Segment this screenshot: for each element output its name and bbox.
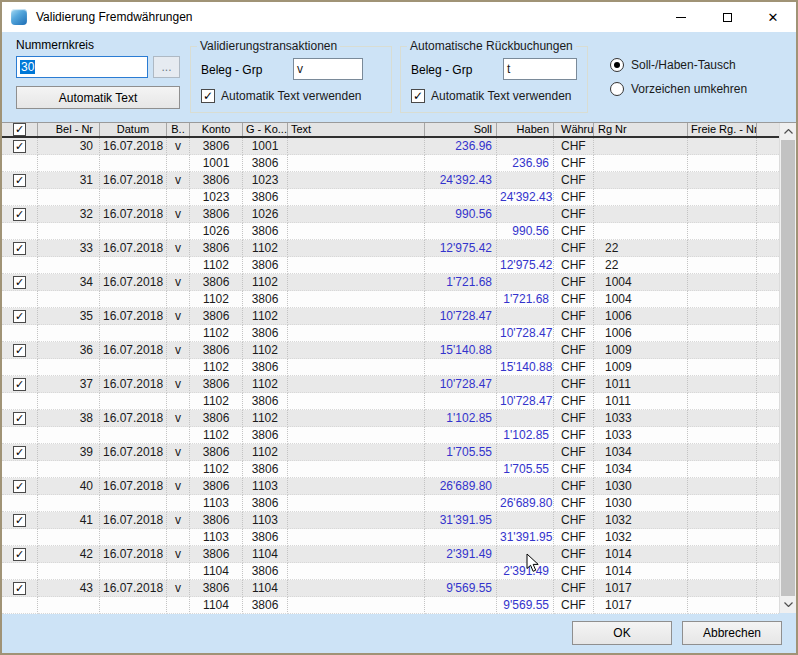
table-row[interactable]: 1103380631'391.95CHF1032 bbox=[2, 529, 779, 546]
table-row[interactable]: 110438069'569.55CHF1017 bbox=[2, 597, 779, 614]
row-checkbox[interactable]: ✓ bbox=[13, 582, 26, 595]
column-header-g-konto[interactable]: G - Ko... bbox=[243, 123, 288, 136]
table-row[interactable]: ✓3516.07.2018v3806110210'728.47CHF1006 bbox=[2, 308, 779, 325]
row-checkbox[interactable]: ✓ bbox=[13, 548, 26, 561]
table-row[interactable]: 1023380624'392.43CHF bbox=[2, 189, 779, 206]
table-row[interactable]: ✓3116.07.2018v3806102324'392.43CHF bbox=[2, 172, 779, 189]
row-checkbox-cell: ✓ bbox=[2, 478, 38, 495]
automatik-text-checkbox-2[interactable]: ✓ bbox=[411, 89, 425, 103]
row-checkbox[interactable]: ✓ bbox=[13, 208, 26, 221]
table-row[interactable]: 10263806990.56CHF bbox=[2, 223, 779, 240]
column-header-konto[interactable]: Konto bbox=[190, 123, 243, 136]
row-checkbox[interactable]: ✓ bbox=[13, 412, 26, 425]
table-row[interactable]: 110238061'721.68CHF1004 bbox=[2, 291, 779, 308]
cell-datum bbox=[100, 563, 167, 580]
vorzeichen-umkehren-radio[interactable] bbox=[610, 82, 624, 96]
table-row[interactable]: 110238061'705.55CHF1034 bbox=[2, 461, 779, 478]
table-row[interactable]: ✓3416.07.2018v380611021'721.68CHF1004 bbox=[2, 274, 779, 291]
table-row[interactable]: 110438062'391.49CHF1014 bbox=[2, 563, 779, 580]
row-checkbox[interactable]: ✓ bbox=[13, 276, 26, 289]
cell-gkonto: 3806 bbox=[243, 155, 288, 172]
cell-soll bbox=[425, 461, 497, 478]
cell-haben bbox=[497, 580, 554, 597]
table-row[interactable]: ✓4016.07.2018v3806110326'689.80CHF1030 bbox=[2, 478, 779, 495]
maximize-button[interactable] bbox=[704, 2, 750, 32]
column-header-b[interactable]: B.. bbox=[167, 123, 190, 136]
beleg-grp-input-2[interactable]: t bbox=[503, 58, 577, 80]
table-row[interactable]: ✓3916.07.2018v380611021'705.55CHF1034 bbox=[2, 444, 779, 461]
cell-bel: 33 bbox=[38, 240, 100, 257]
column-header-datum[interactable]: Datum bbox=[100, 123, 167, 136]
cell-haben: 2'391.49 bbox=[497, 563, 554, 580]
cancel-button[interactable]: Abbrechen bbox=[682, 621, 782, 645]
cell-soll: 9'569.55 bbox=[425, 580, 497, 597]
row-checkbox[interactable]: ✓ bbox=[13, 310, 26, 323]
cell-soll bbox=[425, 291, 497, 308]
nummernkreis-input[interactable]: 30 bbox=[16, 56, 148, 78]
cell-konto: 1102 bbox=[190, 291, 243, 308]
soll-haben-tausch-radio[interactable] bbox=[610, 58, 624, 72]
ok-button[interactable]: OK bbox=[572, 621, 672, 645]
column-header-soll[interactable]: Soll bbox=[425, 123, 497, 136]
row-checkbox[interactable]: ✓ bbox=[13, 514, 26, 527]
beleg-grp-input-1[interactable]: v bbox=[293, 58, 363, 80]
row-checkbox[interactable]: ✓ bbox=[13, 140, 26, 153]
column-header-text[interactable]: Text bbox=[288, 123, 425, 136]
cell-soll bbox=[425, 359, 497, 376]
row-checkbox[interactable]: ✓ bbox=[13, 480, 26, 493]
table-row[interactable]: 1102380615'140.88CHF1009 bbox=[2, 359, 779, 376]
scrollbar-thumb[interactable] bbox=[781, 140, 795, 596]
table-row[interactable]: 110238061'102.85CHF1033 bbox=[2, 427, 779, 444]
scroll-down-button[interactable] bbox=[780, 596, 797, 613]
table-row[interactable]: 1102380612'975.42CHF22 bbox=[2, 257, 779, 274]
row-checkbox[interactable]: ✓ bbox=[13, 446, 26, 459]
cell-haben bbox=[497, 478, 554, 495]
cell-freie bbox=[688, 240, 757, 257]
automatik-text-button[interactable]: Automatik Text bbox=[16, 86, 180, 109]
table-row[interactable]: 10013806236.96CHF bbox=[2, 155, 779, 172]
table-row[interactable]: 1102380610'728.47CHF1006 bbox=[2, 325, 779, 342]
table-row[interactable]: 1102380610'728.47CHF1011 bbox=[2, 393, 779, 410]
cell-rg: 1034 bbox=[594, 444, 688, 461]
row-checkbox[interactable]: ✓ bbox=[13, 242, 26, 255]
cell-datum bbox=[100, 529, 167, 546]
column-header-bel-nr[interactable]: Bel - Nr bbox=[38, 123, 100, 136]
validierung-group-title: Validierungstransaktionen bbox=[197, 39, 340, 53]
minimize-button[interactable] bbox=[658, 2, 704, 32]
table-row[interactable]: ✓4216.07.2018v380611042'391.49CHF1014 bbox=[2, 546, 779, 563]
cell-bel: 31 bbox=[38, 172, 100, 189]
cell-rg: 1004 bbox=[594, 274, 688, 291]
table-row[interactable]: ✓3816.07.2018v380611021'102.85CHF1033 bbox=[2, 410, 779, 427]
column-header-haben[interactable]: Haben bbox=[497, 123, 554, 136]
table-row[interactable]: ✓3016.07.2018v38061001236.96CHF bbox=[2, 138, 779, 155]
cell-freie bbox=[688, 342, 757, 359]
column-header-waehrung[interactable]: Währu... bbox=[554, 123, 594, 136]
table-row[interactable]: ✓3716.07.2018v3806110210'728.47CHF1011 bbox=[2, 376, 779, 393]
cell-gkonto: 1001 bbox=[243, 138, 288, 155]
column-header-rg-nr[interactable]: Rg Nr bbox=[594, 123, 688, 136]
cell-filler bbox=[757, 223, 779, 240]
table-row[interactable]: ✓3216.07.2018v38061026990.56CHF bbox=[2, 206, 779, 223]
table-row[interactable]: ✓3316.07.2018v3806110212'975.42CHF22 bbox=[2, 240, 779, 257]
row-checkbox[interactable]: ✓ bbox=[13, 378, 26, 391]
scroll-up-button[interactable] bbox=[780, 123, 797, 140]
row-checkbox[interactable]: ✓ bbox=[13, 344, 26, 357]
close-button[interactable]: ✕ bbox=[750, 2, 796, 32]
select-all-checkbox[interactable]: ✓ bbox=[13, 123, 26, 136]
table-row[interactable]: 1103380626'689.80CHF1030 bbox=[2, 495, 779, 512]
row-checkbox-cell bbox=[2, 529, 38, 546]
automatik-text-checkbox-1[interactable]: ✓ bbox=[201, 89, 215, 103]
table-row[interactable]: ✓4116.07.2018v3806110331'391.95CHF1032 bbox=[2, 512, 779, 529]
vertical-scrollbar[interactable] bbox=[779, 123, 796, 613]
cell-haben bbox=[497, 546, 554, 563]
cell-haben: 1'721.68 bbox=[497, 291, 554, 308]
column-header-freie-rg-nr[interactable]: Freie Rg. - Nr. bbox=[688, 123, 757, 136]
cell-filler bbox=[757, 172, 779, 189]
table-row[interactable]: ✓4316.07.2018v380611049'569.55CHF1017 bbox=[2, 580, 779, 597]
row-checkbox[interactable]: ✓ bbox=[13, 174, 26, 187]
row-checkbox-cell: ✓ bbox=[2, 274, 38, 291]
select-all-checkbox-cell[interactable]: ✓ bbox=[2, 123, 38, 136]
browse-button[interactable]: ... bbox=[153, 56, 180, 78]
table-row[interactable]: ✓3616.07.2018v3806110215'140.88CHF1009 bbox=[2, 342, 779, 359]
cell-filler bbox=[757, 376, 779, 393]
